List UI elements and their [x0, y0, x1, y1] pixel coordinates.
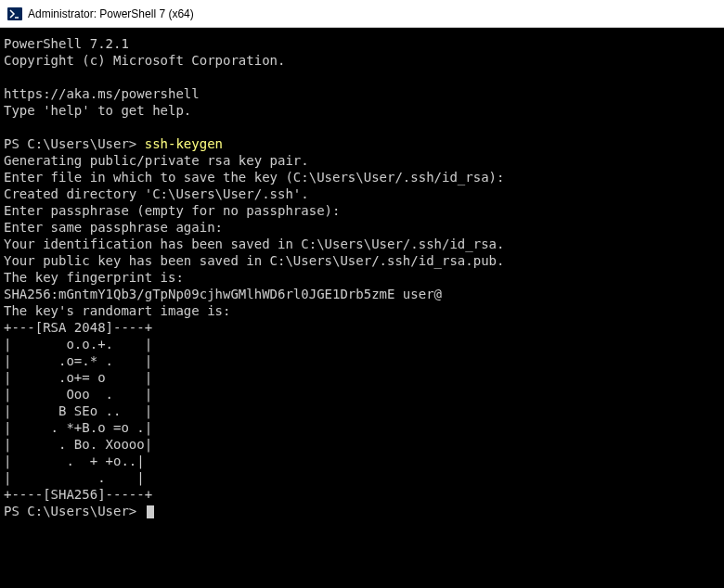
randomart-line: | o.o.+. | [4, 337, 152, 352]
output-line: Created directory 'C:\Users\User/.ssh'. [4, 186, 309, 201]
randomart-line: +----[SHA256]-----+ [4, 487, 152, 502]
prompt: PS C:\Users\User> [4, 136, 145, 151]
ps-version: PowerShell 7.2.1 [4, 36, 129, 51]
cursor [147, 505, 154, 518]
output-line: Generating public/private rsa key pair. [4, 153, 309, 168]
output-line: Your public key has been saved in C:\Use… [4, 253, 504, 268]
randomart-line: | . | [4, 470, 145, 485]
randomart-line: | B SEo .. | [4, 403, 152, 418]
output-line: The key fingerprint is: [4, 270, 184, 285]
ps-help: Type 'help' to get help. [4, 103, 191, 118]
randomart-line: | Ooo . | [4, 387, 152, 402]
output-line: Enter file in which to save the key (C:\… [4, 170, 504, 185]
window-titlebar: Administrator: PowerShell 7 (x64) [0, 0, 724, 28]
output-line: SHA256:mGntmY1Qb3/gTpNp09cjhwGMlhWD6rl0J… [4, 287, 442, 301]
ps-copyright: Copyright (c) Microsoft Corporation. [4, 53, 285, 68]
randomart-line: +---[RSA 2048]----+ [4, 320, 152, 335]
output-line: Enter same passphrase again: [4, 220, 223, 235]
randomart-line: | . *+B.o =o .| [4, 420, 152, 435]
randomart-line: | .o=.* . | [4, 353, 152, 368]
output-line: Your identification has been saved in C:… [4, 236, 504, 251]
prompt: PS C:\Users\User> [4, 504, 145, 518]
terminal-output[interactable]: PowerShell 7.2.1 Copyright (c) Microsoft… [0, 28, 724, 523]
randomart-line: | .o+= o | [4, 370, 152, 385]
output-line: The key's randomart image is: [4, 303, 230, 318]
randomart-line: | . Bo. Xoooo| [4, 437, 152, 452]
randomart-line: | . + +o..| [4, 454, 145, 468]
ps-url: https://aka.ms/powershell [4, 86, 200, 101]
command: ssh-keygen [145, 136, 223, 151]
output-line: Enter passphrase (empty for no passphras… [4, 203, 340, 218]
window-title: Administrator: PowerShell 7 (x64) [28, 7, 194, 20]
powershell-icon [7, 6, 22, 21]
